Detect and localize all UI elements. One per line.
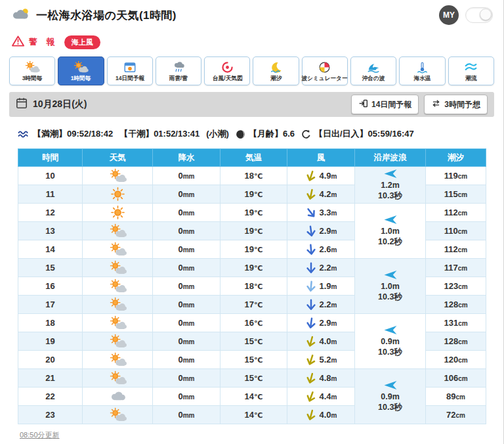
wave-direction-left-icon bbox=[383, 168, 398, 181]
hour-cell: 23 bbox=[18, 406, 83, 424]
tab-14day[interactable]: 14日間予報 bbox=[107, 56, 153, 85]
weather-sun-cloud-icon bbox=[109, 244, 127, 254]
my-toggle-switch[interactable] bbox=[465, 7, 493, 23]
column-header-2: 降水 bbox=[153, 149, 220, 167]
rain-cloud-icon bbox=[172, 60, 186, 74]
hour-cell: 10 bbox=[18, 167, 83, 185]
hour-cell: 22 bbox=[18, 388, 83, 406]
tab-wave-simulator[interactable]: 波シミュレーター bbox=[302, 56, 348, 85]
weather-cell bbox=[83, 277, 153, 296]
date-label: 10月28日(火) bbox=[33, 99, 87, 110]
forecast-row: 210mm15℃4.8m0.9m10.3秒106cm bbox=[18, 369, 486, 388]
temp-cell: 14℃ bbox=[220, 388, 287, 406]
tab-typhoon[interactable]: 台風/天気図 bbox=[204, 56, 250, 85]
wind-direction-arrow-icon bbox=[305, 317, 317, 329]
calendar-icon bbox=[16, 97, 28, 112]
wind-cell: 2.2m bbox=[287, 296, 355, 314]
tab-sea-temp[interactable]: 海水温 bbox=[399, 56, 445, 85]
hour-cell: 16 bbox=[18, 277, 83, 296]
forecast-row: 150mm19℃2.2m1.0m10.3秒117cm bbox=[18, 259, 486, 277]
tide-summary-row: 【満潮】09:52/18:42 【干潮】01:52/13:41 (小潮) 【月齢… bbox=[0, 128, 503, 140]
forecast-row: 180mm16℃2.9m0.9m10.3秒131cm bbox=[18, 314, 486, 332]
precip-cell: 0mm bbox=[153, 277, 220, 296]
temp-cell: 19℃ bbox=[220, 204, 287, 222]
wind-cell: 4.0m bbox=[287, 332, 355, 351]
footer-note: 08:50分更新 bbox=[20, 430, 503, 440]
tab-rain-thunder[interactable]: 雨雲/雷 bbox=[156, 56, 201, 85]
hour-cell: 18 bbox=[18, 314, 83, 332]
forecast-row: 120mm19℃3.3m1.0m10.2秒112cm bbox=[18, 204, 486, 222]
wind-cell: 4.0m bbox=[287, 406, 355, 424]
wind-direction-arrow-icon bbox=[305, 391, 317, 403]
fourteen-day-forecast-button[interactable]: 14日間予報 bbox=[351, 95, 419, 114]
updated-time-link[interactable]: 08:50分更新 bbox=[20, 431, 60, 439]
cloud-sun-logo-icon bbox=[10, 7, 30, 24]
my-button[interactable]: MY bbox=[439, 5, 459, 25]
weather-sun-cloud-icon bbox=[109, 225, 127, 235]
wave-height: 1.2m bbox=[381, 181, 400, 191]
weather-cell bbox=[83, 369, 153, 388]
tab-3hourly[interactable]: 3時間毎 bbox=[9, 56, 55, 85]
tide-cell: 89cm bbox=[426, 388, 486, 406]
weather-sun-cloud-icon bbox=[109, 299, 127, 309]
weather-cell bbox=[83, 388, 153, 406]
tab-1hourly[interactable]: 1時間毎 bbox=[58, 56, 104, 85]
weather-cell bbox=[83, 222, 153, 240]
coastal-wave-cell: 0.9m10.3秒 bbox=[355, 314, 426, 369]
weather-cell bbox=[83, 296, 153, 314]
weather-sun-cloud-icon bbox=[109, 372, 127, 382]
hour-cell: 20 bbox=[18, 351, 83, 369]
wind-cell: 4.2m bbox=[287, 185, 355, 204]
tide-cell: 120cm bbox=[426, 351, 486, 369]
wind-direction-arrow-icon bbox=[305, 225, 317, 237]
tide-cell: 112cm bbox=[426, 204, 486, 222]
weather-sun-cloud-icon bbox=[109, 170, 127, 180]
tab-offshore-wave[interactable]: 沖合の波 bbox=[350, 56, 396, 85]
precip-cell: 0mm bbox=[153, 369, 220, 388]
tide-cell: 106cm bbox=[426, 369, 486, 388]
tide-cell: 117cm bbox=[426, 259, 486, 277]
temp-cell: 15℃ bbox=[220, 351, 287, 369]
top-bar: 一松海水浴場の天気(1時間) MY bbox=[0, 0, 503, 30]
hour-cell: 14 bbox=[18, 240, 83, 259]
weather-cell bbox=[83, 167, 153, 185]
hour-cell: 11 bbox=[18, 185, 83, 204]
moon-icon bbox=[236, 129, 245, 139]
hour-cell: 15 bbox=[18, 259, 83, 277]
column-header-3: 気温 bbox=[220, 149, 287, 167]
hour-cell: 13 bbox=[18, 222, 83, 240]
three-hour-forecast-button[interactable]: 3時間予想 bbox=[424, 95, 488, 114]
sea-wind-alert-badge[interactable]: 海上風 bbox=[64, 35, 100, 49]
weather-sun-cloud-icon bbox=[109, 354, 127, 364]
precip-cell: 0mm bbox=[153, 185, 220, 204]
weather-sun-cloud-icon bbox=[109, 409, 127, 419]
wave-direction-left-icon bbox=[383, 380, 398, 392]
temp-cell: 19℃ bbox=[220, 240, 287, 259]
hour-cell: 21 bbox=[18, 369, 83, 388]
table-header-row: 時間天気降水気温風沿岸波浪潮汐 bbox=[18, 149, 486, 167]
date-bar: 10月28日(火) 14日間予報 3時間予想 bbox=[9, 92, 494, 117]
wave-direction-left-icon bbox=[383, 214, 398, 227]
sunrise-sunset-text: 【日出/日入】05:59/16:47 bbox=[314, 128, 414, 140]
wind-direction-arrow-icon bbox=[305, 189, 317, 200]
wind-direction-arrow-icon bbox=[305, 170, 317, 182]
wind-direction-arrow-icon bbox=[305, 409, 317, 421]
tab-current[interactable]: 潮流 bbox=[448, 56, 494, 85]
tide-cell: 128cm bbox=[426, 296, 486, 314]
wind-direction-arrow-icon bbox=[305, 244, 317, 255]
wind-direction-arrow-icon bbox=[305, 262, 317, 274]
weather-cell bbox=[83, 332, 153, 351]
forecast-tabs: 3時間毎1時間毎14日間予報雨雲/雷台風/天気図潮汐波シミュレーター沖合の波海水… bbox=[9, 56, 494, 85]
wave-direction-left-icon bbox=[383, 269, 398, 282]
hour-cell: 17 bbox=[18, 296, 83, 314]
tide-cell: 115cm bbox=[426, 185, 486, 204]
column-header-6: 潮汐 bbox=[426, 149, 486, 167]
warning-label: 警 報 bbox=[29, 36, 58, 48]
coastal-wave-cell: 1.0m10.2秒 bbox=[355, 204, 426, 259]
temp-cell: 15℃ bbox=[220, 332, 287, 351]
precip-cell: 0mm bbox=[153, 351, 220, 369]
tab-tide[interactable]: 潮汐 bbox=[253, 56, 299, 85]
wave-period: 10.3秒 bbox=[378, 403, 402, 413]
wind-cell: 4.4m bbox=[287, 388, 355, 406]
wind-cell: 3.3m bbox=[287, 204, 355, 222]
